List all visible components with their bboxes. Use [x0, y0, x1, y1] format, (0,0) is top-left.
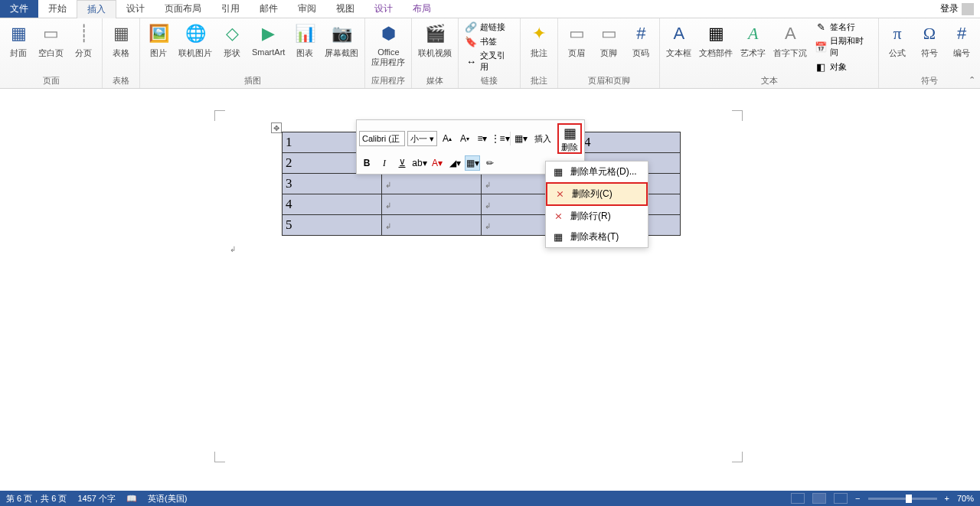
delete-rows-item[interactable]: ⨯删除行(R)	[546, 206, 648, 227]
online-pictures-button[interactable]: 🌐联机图片	[175, 20, 215, 60]
tab-references[interactable]: 引用	[211, 0, 250, 18]
font-color-button[interactable]: A▾	[430, 155, 445, 171]
office-apps-button[interactable]: ⬢Office 应用程序	[368, 20, 408, 70]
table-move-handle[interactable]: ✥	[271, 122, 282, 133]
underline-button[interactable]: ⊻	[394, 155, 410, 171]
tab-table-design[interactable]: 设计	[364, 0, 403, 18]
numbering-button[interactable]: ⋮≡▾	[492, 131, 508, 146]
group-label: 符号	[882, 73, 977, 88]
language-indicator[interactable]: 英语(美国)	[148, 493, 187, 504]
tab-page-layout[interactable]: 页面布局	[155, 0, 211, 18]
online-video-button[interactable]: 🎬联机视频	[415, 20, 455, 60]
print-layout-button[interactable]	[812, 493, 826, 504]
tab-table-layout[interactable]: 布局	[403, 0, 441, 18]
group-apps: ⬢Office 应用程序 应用程序	[365, 18, 412, 88]
page-indicator[interactable]: 第 6 页，共 6 页	[6, 493, 67, 504]
grow-font-button[interactable]: A▴	[439, 131, 455, 146]
group-links: 🔗超链接 🔖书签 ↔交叉引用 链接	[459, 18, 521, 88]
zoom-level[interactable]: 70%	[957, 494, 974, 503]
bullets-button[interactable]: ≡▾	[475, 131, 490, 146]
chart-button[interactable]: 📊图表	[289, 20, 320, 60]
object-button[interactable]: ◧对象	[812, 60, 875, 73]
screenshot-button[interactable]: 📷屏幕截图	[322, 20, 361, 60]
cross-reference-button[interactable]: ↔交叉引用	[462, 49, 517, 73]
group-label: 链接	[462, 73, 517, 88]
zoom-in-button[interactable]: +	[945, 494, 949, 503]
collapse-ribbon-icon[interactable]: ⌃	[969, 75, 975, 85]
read-mode-button[interactable]	[791, 493, 805, 504]
group-pages: ▦封面 ▭空白页 ┊分页 页面	[0, 18, 103, 88]
group-tables: ▦表格 表格	[103, 18, 140, 88]
pictures-button[interactable]: 🖼️图片	[143, 20, 174, 60]
delete-rows-icon: ⨯	[552, 211, 564, 223]
delete-columns-item[interactable]: ⨯删除列(C)	[546, 182, 648, 206]
ribbon: ▦封面 ▭空白页 ┊分页 页面 ▦表格 表格 🖼️图片 🌐联机图片 ◇形状 ▶S…	[0, 18, 980, 89]
quick-parts-button[interactable]: ▦文档部件	[696, 20, 736, 60]
highlight-button[interactable]: ab▾	[412, 155, 427, 171]
spell-check-icon[interactable]: 📖	[126, 494, 137, 504]
header-button[interactable]: ▭页眉	[561, 20, 592, 60]
delete-cells-item[interactable]: ▦删除单元格(D)...	[546, 162, 648, 182]
bookmark-button[interactable]: 🔖书签	[462, 34, 517, 48]
group-header-footer: ▭页眉 ▭页脚 #页码 页眉和页脚	[558, 18, 660, 88]
table-insert-icon[interactable]: ▦▾	[513, 131, 528, 146]
web-layout-button[interactable]	[834, 493, 848, 504]
number-button[interactable]: #编号	[946, 20, 977, 60]
group-illustrations: 🖼️图片 🌐联机图片 ◇形状 ▶SmartArt 📊图表 📷屏幕截图 插图	[140, 18, 365, 88]
borders-button[interactable]: ▦▾	[465, 155, 480, 171]
word-count[interactable]: 1457 个字	[77, 493, 116, 504]
format-painter-button[interactable]: ✏	[482, 155, 498, 171]
group-label: 页面	[3, 73, 99, 88]
shrink-font-button[interactable]: A▾	[457, 131, 472, 146]
symbol-button[interactable]: Ω符号	[914, 20, 945, 60]
status-bar: 第 6 页，共 6 页 1457 个字 📖 英语(美国) − + 70%	[0, 491, 980, 506]
tab-home[interactable]: 开始	[38, 0, 77, 18]
tab-review[interactable]: 审阅	[288, 0, 326, 18]
group-comments: ✦批注 批注	[521, 18, 558, 88]
zoom-slider[interactable]	[868, 498, 937, 500]
login-button[interactable]: 登录	[934, 0, 980, 18]
tab-view[interactable]: 视图	[326, 0, 364, 18]
group-label: 批注	[524, 73, 554, 88]
mini-insert-button[interactable]: 插入	[531, 123, 555, 154]
cover-page-button[interactable]: ▦封面	[3, 20, 34, 60]
group-label: 页眉和页脚	[561, 73, 656, 88]
group-label: 媒体	[415, 73, 455, 88]
date-time-button[interactable]: 📅日期和时间	[812, 34, 875, 59]
shapes-button[interactable]: ◇形状	[217, 20, 247, 60]
italic-button[interactable]: I	[377, 155, 392, 171]
font-size-select[interactable]: 小一▾	[407, 131, 437, 146]
group-label: 应用程序	[368, 73, 408, 88]
tab-mailings[interactable]: 邮件	[250, 0, 288, 18]
group-media: 🎬联机视频 媒体	[412, 18, 459, 88]
delete-table-icon: ▦	[552, 231, 564, 243]
zoom-out-button[interactable]: −	[855, 494, 860, 503]
table-button[interactable]: ▦表格	[106, 20, 136, 60]
delete-dropdown-menu: ▦删除单元格(D)... ⨯删除列(C) ⨯删除行(R) ▦删除表格(T)	[545, 161, 648, 248]
shading-button[interactable]: ◢▾	[447, 155, 462, 171]
footer-button[interactable]: ▭页脚	[593, 20, 624, 60]
delete-table-item[interactable]: ▦删除表格(T)	[546, 227, 648, 247]
smartart-button[interactable]: ▶SmartArt	[249, 20, 288, 58]
delete-cells-icon: ▦	[552, 166, 564, 178]
blank-page-button[interactable]: ▭空白页	[35, 20, 67, 60]
bold-button[interactable]: B	[359, 155, 374, 171]
group-label: 文本	[663, 73, 875, 88]
equation-button[interactable]: π公式	[882, 20, 913, 60]
textbox-button[interactable]: A文本框	[663, 20, 694, 60]
mini-delete-button[interactable]: ▦删除	[557, 123, 582, 154]
drop-cap-button[interactable]: A首字下沉	[770, 20, 810, 60]
tab-design[interactable]: 设计	[116, 0, 155, 18]
tab-bar: 文件 开始 插入 设计 页面布局 引用 邮件 审阅 视图 设计 布局 登录	[0, 0, 980, 18]
document-area[interactable]: ✥ 1↲↲4 2↲↲↲ 3↲↲↲ 4↲↲↲ 5↲↲↲ ↲ 小一▾ A▴ A▾ ≡…	[0, 89, 980, 491]
tab-file[interactable]: 文件	[0, 0, 38, 18]
font-name-input[interactable]	[359, 131, 405, 146]
comment-button[interactable]: ✦批注	[524, 20, 554, 60]
signature-line-button[interactable]: ✎签名行	[812, 20, 875, 34]
page-number-button[interactable]: #页码	[626, 20, 656, 60]
page-break-button[interactable]: ┊分页	[68, 20, 99, 60]
tab-insert[interactable]: 插入	[77, 0, 116, 18]
hyperlink-button[interactable]: 🔗超链接	[462, 20, 517, 34]
wordart-button[interactable]: A艺术字	[737, 20, 769, 60]
avatar-icon	[962, 3, 974, 15]
